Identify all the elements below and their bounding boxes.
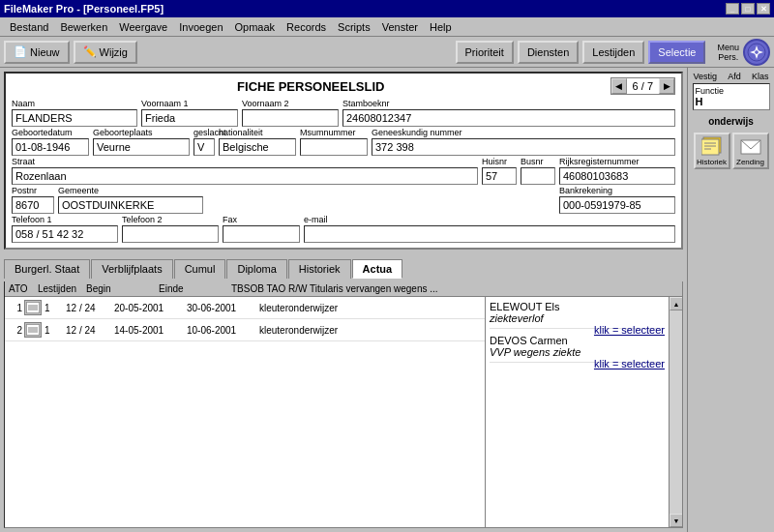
priority-button[interactable]: Prioriteit xyxy=(456,41,514,64)
menu-venster[interactable]: Venster xyxy=(376,19,424,35)
stamboeknr-input[interactable] xyxy=(342,109,675,127)
postnr-input[interactable] xyxy=(12,196,54,214)
lestijden-button[interactable]: Lestijden xyxy=(582,41,644,64)
stamboeknr-label: Stamboeknr xyxy=(342,99,675,108)
row-icon-2 xyxy=(24,322,42,338)
msumnummer-label: Msumnummer xyxy=(300,128,368,137)
menu-bewerken[interactable]: Bewerken xyxy=(54,19,113,35)
scroll-down-button[interactable]: ▼ xyxy=(670,514,682,527)
replacement-reason-2: VVP wegens ziekte xyxy=(490,346,665,358)
row-lestijden-1: 12 / 24 xyxy=(66,303,114,313)
telefoon1-label: Telefoon 1 xyxy=(12,215,118,224)
replacement-link-2[interactable]: klik = selecteer xyxy=(594,358,665,369)
edit-icon: ✏️ xyxy=(83,45,97,58)
email-input[interactable] xyxy=(304,225,675,243)
msumnummer-input[interactable] xyxy=(300,138,368,156)
huisnr-input[interactable] xyxy=(482,167,517,185)
historiek-label: Historiek xyxy=(697,158,727,166)
col-header-einde: Einde xyxy=(159,283,231,294)
zending-button[interactable]: Zending xyxy=(732,133,769,169)
bankrekening-input[interactable] xyxy=(559,196,675,214)
menu-label: Menu xyxy=(717,43,739,52)
scroll-track[interactable] xyxy=(670,310,682,514)
row-icon-1 xyxy=(24,300,42,315)
navigation-compass[interactable] xyxy=(743,39,770,66)
minimize-button[interactable]: _ xyxy=(726,3,739,15)
postnr-label: Postnr xyxy=(12,186,54,195)
naam-label: Naam xyxy=(12,99,137,108)
voornaam1-input[interactable] xyxy=(141,109,238,127)
tab-historiek[interactable]: Historiek xyxy=(288,259,351,279)
col-header-ato: ATO xyxy=(9,283,38,294)
tab-cumul[interactable]: Cumul xyxy=(174,259,226,279)
geboorteplaats-input[interactable] xyxy=(93,138,190,156)
menu-opmaak[interactable]: Opmaak xyxy=(229,19,282,35)
nationaliteit-input[interactable] xyxy=(219,138,296,156)
replacements-panel: ELEWOUT Els ziekteverlof klik = selectee… xyxy=(485,297,669,527)
voornaam2-label: Voornaam 2 xyxy=(242,99,339,108)
nationaliteit-label: nationaliteit xyxy=(219,128,296,137)
row-ato-2: 1 xyxy=(45,325,66,336)
row-function-1: kleuteronderwijzer xyxy=(259,303,481,313)
close-button[interactable]: ✕ xyxy=(757,3,770,15)
record-count: 6 / 7 xyxy=(627,80,659,92)
replacement-entry-2: DEVOS Carmen VVP wegens ziekte klik = se… xyxy=(490,335,665,363)
busnr-input[interactable] xyxy=(521,167,555,185)
historiek-button[interactable]: Historiek xyxy=(694,133,730,169)
tab-actua[interactable]: Actua xyxy=(352,259,403,279)
rijksregister-input[interactable] xyxy=(559,167,675,185)
table-row: 1 1 12 / 24 20-05-2001 30-06-2001 kleute… xyxy=(5,297,485,319)
tab-burgerl-staat[interactable]: Burgerl. Staat xyxy=(4,259,90,279)
telefoon2-input[interactable] xyxy=(122,225,219,243)
tab-diploma[interactable]: Diploma xyxy=(226,259,286,279)
tab-content: ATO Lestijden Begin Einde TBSOB TAO R/W … xyxy=(4,281,683,528)
geboortedatum-input[interactable] xyxy=(12,138,89,156)
edit-button[interactable]: ✏️ Wijzig xyxy=(74,41,137,64)
afd-label: Afd xyxy=(728,72,741,81)
data-left: 1 1 12 / 24 20-05-2001 30-06-2001 kleute… xyxy=(5,297,485,527)
selectie-button[interactable]: Selectie xyxy=(648,41,705,64)
form-row-gemeente: Postnr Gemeente Bankrekening xyxy=(12,186,675,214)
vertical-scrollbar: ▲ ▼ xyxy=(669,297,682,527)
fax-input[interactable] xyxy=(223,225,300,243)
maximize-button[interactable]: □ xyxy=(741,3,755,15)
scroll-up-button[interactable]: ▲ xyxy=(670,297,682,310)
row-begin-2: 14-05-2001 xyxy=(114,325,187,336)
geneeskundig-input[interactable] xyxy=(372,138,675,156)
voornaam2-input[interactable] xyxy=(242,109,339,127)
new-button[interactable]: 📄 Nieuw xyxy=(4,41,70,64)
form-row-geboorte: Geboortedatum Geboorteplaats geslacht na… xyxy=(12,128,675,156)
naam-input[interactable] xyxy=(12,109,137,127)
menu-scripts[interactable]: Scripts xyxy=(332,19,376,35)
row-einde-1: 30-06-2001 xyxy=(187,303,259,313)
menu-help[interactable]: Help xyxy=(424,19,458,35)
menu-invoegen[interactable]: Invoegen xyxy=(173,19,228,35)
menu-weergave[interactable]: Weergave xyxy=(113,19,173,35)
straat-input[interactable] xyxy=(12,167,478,185)
functie-box: Functie H xyxy=(693,83,770,110)
rijksregister-label: Rijksregisternummer xyxy=(559,157,675,166)
geslacht-input[interactable] xyxy=(194,138,215,156)
zending-label: Zending xyxy=(736,158,764,166)
menu-records[interactable]: Records xyxy=(281,19,332,35)
voornaam1-label: Voornaam 1 xyxy=(141,99,238,108)
diensten-button[interactable]: Diensten xyxy=(518,41,579,64)
gemeente-input[interactable] xyxy=(58,196,203,214)
title-bar: FileMaker Pro - [Personeel.FP5] _ □ ✕ xyxy=(0,0,774,17)
telefoon2-label: Telefoon 2 xyxy=(122,215,219,224)
prev-record-button[interactable]: ◀ xyxy=(611,78,627,94)
form-row-telefoon: Telefoon 1 Telefoon 2 Fax e-mail xyxy=(12,215,675,243)
next-record-button[interactable]: ▶ xyxy=(659,78,674,94)
menu-bestand[interactable]: Bestand xyxy=(4,19,54,35)
svg-rect-16 xyxy=(701,139,719,155)
functie-label: Functie xyxy=(696,86,767,96)
telefoon1-input[interactable] xyxy=(12,225,118,243)
col-header-function: TBSOB TAO R/W Titularis vervangen wegens… xyxy=(231,283,678,294)
tab-verblijfplaats[interactable]: Verblijfplaats xyxy=(91,259,172,279)
row-einde-2: 10-06-2001 xyxy=(187,325,259,336)
replacement-link-1[interactable]: klik = selecteer xyxy=(594,324,665,336)
geboortedatum-label: Geboortedatum xyxy=(12,128,89,137)
replacement-name-1: ELEWOUT Els xyxy=(490,301,665,312)
straat-label: Straat xyxy=(12,157,478,166)
record-navigation: ◀ 6 / 7 ▶ xyxy=(610,77,675,95)
